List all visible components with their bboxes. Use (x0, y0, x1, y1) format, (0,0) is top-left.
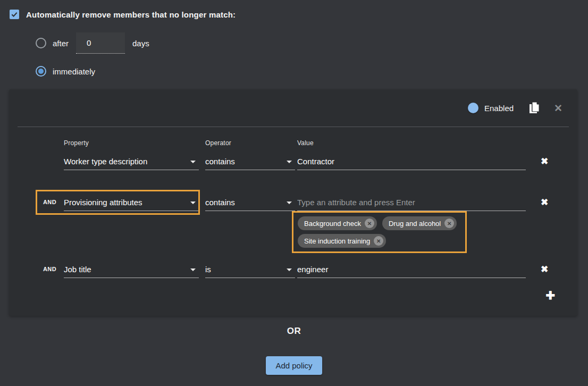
chevron-down-icon (190, 268, 196, 271)
auto-remove-label: Automatically remove members that no lon… (26, 10, 236, 19)
value-input[interactable] (297, 157, 526, 166)
chip-label: Background check (304, 220, 361, 228)
policy-card: Enabled ✕ Property Operator Value Worker… (9, 89, 577, 316)
conjunction-label: AND (43, 265, 64, 272)
immediately-label: immediately (53, 67, 95, 76)
chevron-down-icon (287, 202, 292, 204)
remove-members-section: Automatically remove members that no lon… (0, 0, 588, 77)
chevron-down-icon (287, 161, 292, 163)
delete-rule-button[interactable]: ✖ (541, 157, 548, 166)
chevron-down-icon (287, 268, 292, 271)
delete-rule-button[interactable]: ✖ (541, 265, 548, 274)
property-column-header: Property (64, 139, 205, 147)
rule-column-headers: Property Operator Value (9, 139, 577, 147)
conjunction-label: AND (43, 198, 64, 205)
after-days-row: after days (36, 32, 588, 54)
copy-icon (528, 102, 540, 114)
chevron-down-icon (190, 161, 196, 163)
property-value: Worker type description (64, 157, 147, 166)
value-column-header: Value (297, 139, 526, 147)
operator-dropdown[interactable]: contains (205, 157, 295, 170)
chip-label: Site induction training (304, 237, 370, 245)
chip-label: Drug and alcohol (389, 220, 441, 228)
days-label: days (132, 39, 149, 48)
attribute-chip: Background check ✕ (298, 216, 377, 230)
add-policy-button[interactable]: Add policy (266, 356, 322, 375)
chevron-down-icon (190, 202, 196, 204)
operator-dropdown[interactable]: is (205, 265, 295, 278)
after-label: after (53, 39, 69, 48)
operator-value: contains (205, 157, 235, 166)
rule-row-1: Worker type description contains ✖ (9, 157, 577, 170)
delete-rule-button[interactable]: ✖ (541, 198, 548, 207)
property-value: Job title (64, 265, 91, 274)
add-policy-wrap: Add policy (0, 356, 588, 375)
property-dropdown[interactable]: Provisioning attributes (64, 198, 199, 211)
chip-remove-icon[interactable]: ✕ (374, 236, 383, 246)
property-dropdown[interactable]: Job title (64, 265, 199, 278)
enabled-toggle[interactable] (459, 104, 477, 112)
enabled-toggle-label: Enabled (484, 104, 514, 113)
rule-row-2: AND Provisioning attributes contains Bac… (9, 198, 577, 253)
days-input[interactable] (76, 32, 125, 54)
attribute-chips-highlight-box: Background check ✕ Drug and alcohol ✕ Si… (292, 211, 467, 253)
auto-remove-row: Automatically remove members that no lon… (10, 10, 588, 19)
after-radio[interactable] (36, 38, 46, 48)
operator-value: is (205, 265, 211, 274)
immediately-row: immediately (36, 66, 588, 77)
attribute-input[interactable] (297, 198, 526, 207)
toggle-knob (468, 103, 478, 113)
header-divider (18, 127, 569, 127)
or-separator-label: OR (0, 326, 588, 337)
attribute-chip: Drug and alcohol ✕ (382, 216, 457, 230)
conjunction-label (43, 157, 64, 158)
property-value: Provisioning attributes (64, 198, 142, 207)
auto-remove-checkbox[interactable] (10, 10, 19, 19)
operator-column-header: Operator (205, 139, 297, 147)
immediately-radio[interactable] (36, 66, 46, 77)
rule-row-3: AND Job title is ✖ (9, 265, 577, 278)
property-dropdown[interactable]: Worker type description (64, 157, 199, 170)
add-rule-button[interactable]: ✚ (545, 290, 555, 301)
value-input[interactable] (297, 265, 526, 274)
policy-card-header: Enabled ✕ (9, 89, 577, 127)
add-rule-row: ✚ (9, 290, 577, 301)
attribute-chip: Site induction training ✕ (298, 234, 386, 248)
operator-dropdown[interactable]: contains (205, 198, 295, 211)
operator-value: contains (205, 198, 235, 207)
close-policy-button[interactable]: ✕ (554, 103, 562, 113)
copy-policy-button[interactable] (528, 102, 540, 114)
chip-remove-icon[interactable]: ✕ (365, 219, 374, 228)
checkmark-icon (11, 11, 18, 18)
chip-remove-icon[interactable]: ✕ (444, 219, 454, 228)
